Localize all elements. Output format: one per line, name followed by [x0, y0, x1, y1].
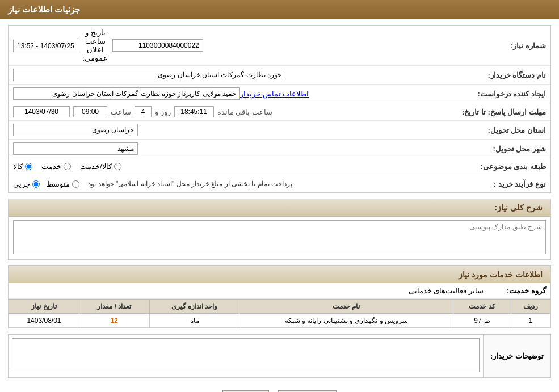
content-area: شماره نیاز: 1103000084000022 تاریخ و ساع… [0, 19, 559, 392]
radio-motavaset-label: متوسط [47, 180, 70, 188]
province-value-cell: خراسان رضوی [13, 124, 466, 136]
buyer-desc-area [9, 335, 483, 377]
process-note: پرداخت تمام یا بخشی از مبلغ خریداز محل "… [86, 180, 292, 188]
col-service-code: کد خدمت [453, 300, 511, 314]
buyer-desc-textarea[interactable] [12, 338, 480, 372]
table-row: 1 ط-97 سرویس و نگهداری و پشتیبانی رایانه… [9, 314, 550, 328]
province-label: استان محل تحویل: [466, 126, 546, 134]
need-number-label: شماره نیاز: [466, 41, 546, 50]
radio-khedmat-label: خدمت [41, 162, 61, 171]
radio-kala-khedmat-input[interactable] [114, 163, 121, 170]
radio-kala-khedmat-label: کالا/خدمت [80, 162, 112, 171]
deadline-days: 4 [135, 106, 152, 117]
col-row-num: ردیف [511, 300, 550, 314]
city-value: مشهد [13, 142, 138, 155]
services-section: اطلاعات خدمات مورد نیاز گروه خدمت: سایر … [8, 265, 551, 328]
radio-jozi-input[interactable] [32, 180, 40, 188]
cell-row-num: 1 [511, 314, 550, 328]
org-name-label: نام دستگاه خریدار: [466, 71, 546, 79]
cell-date: 1403/08/01 [9, 314, 79, 328]
process-inner-row: پرداخت تمام یا بخشی از مبلغ خریداز محل "… [13, 180, 292, 188]
page-wrapper: جزئیات اطلاعات نیاز شماره نیاز: 11030000… [0, 0, 559, 392]
need-number-value: 1103000084000022 [112, 39, 203, 52]
page-header: جزئیات اطلاعات نیاز [0, 0, 559, 19]
province-value: خراسان رضوی [13, 124, 138, 136]
radio-jozi[interactable]: جزیی [13, 180, 40, 188]
creator-link[interactable]: اطلاعات تماس خریدار [240, 90, 309, 98]
radio-khedmat-input[interactable] [64, 163, 71, 170]
services-table-header-row: ردیف کد خدمت نام خدمت واحد اندازه گیری ت… [9, 300, 550, 314]
creator-value: حمید مولایی کاربرداز حوزه نظارت گمرکات ا… [13, 87, 240, 100]
need-description-header-text: شرح کلی نیاز: [495, 203, 543, 212]
cell-service-name: سرویس و نگهداری و پشتیبانی رایانه و شبکه [239, 314, 453, 328]
province-row: استان محل تحویل: خراسان رضوی [9, 121, 550, 140]
services-header-text: اطلاعات خدمات مورد نیاز [459, 270, 543, 279]
deadline-clock: 18:45:11 [174, 106, 214, 117]
category-value-cell: کالا/خدمت خدمت کالا [13, 162, 466, 171]
main-form-area: شماره نیاز: 1103000084000022 تاریخ و ساع… [8, 25, 551, 392]
process-value-cell: پرداخت تمام یا بخشی از مبلغ خریداز محل "… [13, 180, 466, 188]
radio-kala-khedmat[interactable]: کالا/خدمت [80, 162, 121, 171]
need-description-header: شرح کلی نیاز: [9, 199, 550, 217]
process-row: نوع فرآیند خرید : پرداخت تمام یا بخشی از… [9, 175, 550, 192]
need-description-textarea[interactable] [13, 220, 546, 254]
need-number-row: شماره نیاز: 1103000084000022 تاریخ و ساع… [9, 26, 550, 66]
deadline-label: مهلت ارسال پاسخ: تا تاریخ: [456, 108, 546, 116]
cell-quantity: 12 [79, 314, 149, 328]
creator-value-cell: اطلاعات تماس خریدار حمید مولایی کاربرداز… [13, 87, 466, 100]
radio-kala-input[interactable] [25, 163, 32, 170]
inner-content: شماره نیاز: 1103000084000022 تاریخ و ساع… [8, 25, 551, 392]
radio-jozi-label: جزیی [13, 180, 30, 188]
deadline-time-label: ساعت [111, 108, 131, 116]
col-quantity: تعداد / مقدار [79, 300, 149, 314]
button-row: بازگشت چاپ [8, 383, 551, 392]
org-name-row: نام دستگاه خریدار: حوزه نظارت گمرکات است… [9, 66, 550, 85]
process-label: نوع فرآیند خرید : [466, 180, 546, 188]
buyer-desc-section: توضیحات خریدار: [8, 334, 551, 378]
col-service-name: نام خدمت [239, 300, 453, 314]
org-name-value: حوزه نظارت گمرکات استان خراسان رضوی [13, 69, 285, 81]
city-row: شهر محل تحویل: مشهد [9, 140, 550, 158]
deadline-remaining-label: روز و [155, 108, 171, 116]
service-group-value: سایر فعالیت‌های خدماتی [13, 286, 489, 295]
announce-label: تاریخ و ساعت اعلان عمومی: [78, 28, 112, 62]
org-name-value-cell: حوزه نظارت گمرکات استان خراسان رضوی [13, 69, 466, 81]
city-value-cell: مشهد [13, 142, 466, 155]
category-radio-group: کالا/خدمت خدمت کالا [13, 162, 121, 171]
services-table-head: ردیف کد خدمت نام خدمت واحد اندازه گیری ت… [9, 300, 550, 314]
need-number-value-cell: 1103000084000022 [112, 39, 466, 52]
radio-kala-label: کالا [13, 162, 23, 171]
services-header: اطلاعات خدمات مورد نیاز [9, 266, 550, 283]
deadline-inner-row: ساعت باقی مانده 18:45:11 روز و 4 ساعت 09… [13, 106, 272, 117]
service-group-row: گروه خدمت: سایر فعالیت‌های خدماتی [9, 283, 550, 299]
deadline-row: مهلت ارسال پاسخ: تا تاریخ: ساعت باقی مان… [9, 103, 550, 121]
announce-value-cell: 1403/07/25 - 13:52 [13, 41, 78, 50]
deadline-time: 09:00 [73, 106, 107, 117]
radio-motavaset-input[interactable] [72, 180, 79, 188]
radio-motavaset[interactable]: متوسط [47, 180, 79, 188]
col-unit: واحد اندازه گیری [149, 300, 239, 314]
services-table: ردیف کد خدمت نام خدمت واحد اندازه گیری ت… [9, 299, 550, 328]
creator-row: ایجاد کننده درخواست: اطلاعات تماس خریدار… [9, 85, 550, 103]
deadline-date: 1403/07/30 [13, 106, 70, 117]
main-info-section: شماره نیاز: 1103000084000022 تاریخ و ساع… [8, 25, 551, 193]
radio-kala[interactable]: کالا [13, 162, 32, 171]
buyer-desc-label: توضیحات خریدار: [483, 335, 550, 377]
need-description-body [9, 217, 550, 259]
city-label: شهر محل تحویل: [466, 145, 546, 153]
category-row: طبقه بندی موضوعی: کالا/خدمت خدمت [9, 158, 550, 175]
col-date: تاریخ نیاز [9, 300, 79, 314]
deadline-remaining-text: ساعت باقی مانده [217, 108, 272, 116]
announce-value: 1403/07/25 - 13:52 [13, 40, 78, 52]
cell-service-code: ط-97 [453, 314, 511, 328]
buyer-desc-inner: توضیحات خریدار: [9, 335, 550, 377]
creator-label: ایجاد کننده درخواست: [466, 90, 546, 98]
deadline-value-cell: ساعت باقی مانده 18:45:11 روز و 4 ساعت 09… [13, 106, 456, 117]
services-table-body: 1 ط-97 سرویس و نگهداری و پشتیبانی رایانه… [9, 314, 550, 328]
cell-unit: ماه [149, 314, 239, 328]
services-table-wrapper: ردیف کد خدمت نام خدمت واحد اندازه گیری ت… [9, 299, 550, 328]
radio-khedmat[interactable]: خدمت [41, 162, 71, 171]
service-group-label: گروه خدمت: [489, 286, 546, 295]
category-label: طبقه بندی موضوعی: [466, 162, 546, 171]
need-description-section: شرح کلی نیاز: [8, 199, 551, 260]
